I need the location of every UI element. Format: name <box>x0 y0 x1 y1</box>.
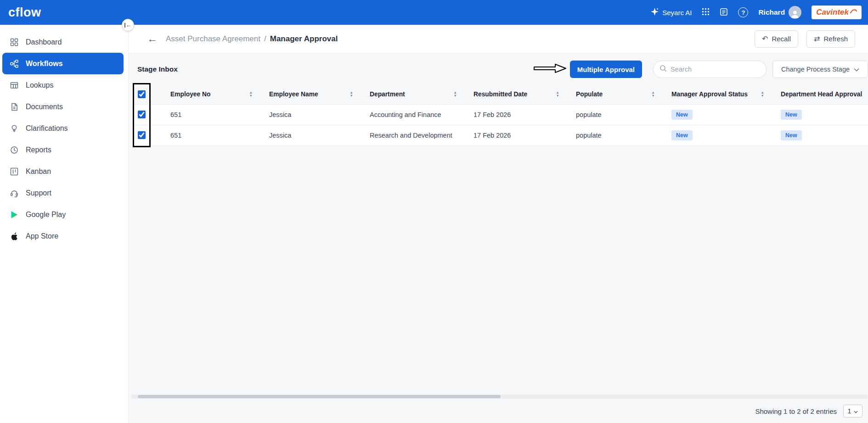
apps-grid-button[interactable] <box>702 8 710 17</box>
cell-resubmitted-date: 17 Feb 2026 <box>466 104 569 125</box>
cavintek-swoosh-icon <box>850 8 857 17</box>
breadcrumb-parent[interactable]: Asset Purchase Agreement <box>166 34 260 44</box>
cell-department-head-approval-status: New <box>773 125 868 145</box>
sidebar-item-label: Google Play <box>26 211 66 219</box>
row-checkbox[interactable] <box>138 131 146 139</box>
back-arrow-icon[interactable]: ← <box>147 33 158 45</box>
stage-inbox-table: Employee No ▲▼ Employee Name ▲▼ Departme… <box>133 84 868 146</box>
sidebar-item-support[interactable]: Support <box>2 182 124 204</box>
sidebar-item-clarifications[interactable]: Clarifications <box>2 117 124 139</box>
sparkle-icon <box>651 8 659 17</box>
cell-department-head-approval-status: New <box>773 104 868 125</box>
refresh-button[interactable]: ⇄ Refresh <box>806 30 855 48</box>
clarifications-icon <box>10 124 19 133</box>
row-checkbox[interactable] <box>138 111 146 118</box>
apps-grid-icon <box>702 8 710 17</box>
seyarc-ai-button[interactable]: Seyarc AI <box>651 8 692 17</box>
app-store-icon <box>10 232 19 240</box>
cavintek-brand-text: Cavintek <box>816 8 849 17</box>
sort-icon[interactable]: ▲▼ <box>454 91 457 97</box>
sidebar-item-label: App Store <box>26 232 58 240</box>
cell-employee-name: Jessica <box>262 125 362 145</box>
table-footer: Showing 1 to 2 of 2 entries 1 <box>755 405 862 417</box>
column-header-manager-approval-status[interactable]: Manager Approval Status ▲▼ <box>664 84 773 104</box>
release-notes-button[interactable] <box>720 8 728 17</box>
cell-manager-approval-status: New <box>664 125 773 145</box>
reports-icon <box>10 146 19 154</box>
documents-icon <box>10 103 19 111</box>
sort-icon[interactable]: ▲▼ <box>761 91 764 97</box>
horizontal-scrollbar-track[interactable] <box>131 395 868 399</box>
sort-icon[interactable]: ▲▼ <box>652 91 655 97</box>
cflow-logo[interactable]: cflow <box>8 6 41 20</box>
sidebar-item-label: Support <box>26 189 51 197</box>
breadcrumb: Asset Purchase Agreement / Manager Appro… <box>166 34 338 44</box>
sort-icon[interactable]: ▲▼ <box>350 91 353 97</box>
seyarc-ai-label: Seyarc AI <box>662 9 692 17</box>
sidebar-item-lookups[interactable]: Lookups <box>2 74 124 96</box>
column-header-department[interactable]: Department ▲▼ <box>362 84 466 104</box>
user-menu[interactable]: Richard <box>758 6 801 19</box>
change-process-stage-button[interactable]: Change Process Stage <box>772 61 868 78</box>
help-icon: ? <box>738 7 748 17</box>
select-all-checkbox[interactable] <box>138 90 146 98</box>
recall-label: Recall <box>772 35 791 43</box>
sidebar-item-google-play[interactable]: Google Play <box>2 204 124 225</box>
support-icon <box>10 189 19 197</box>
help-button[interactable]: ? <box>738 7 748 17</box>
row-checkbox-cell <box>133 104 163 125</box>
cell-manager-approval-status: New <box>664 104 773 125</box>
sidebar-item-reports[interactable]: Reports <box>2 139 124 161</box>
cell-department: Research and Development <box>362 125 466 145</box>
column-header-employee-name[interactable]: Employee Name ▲▼ <box>262 84 362 104</box>
cavintek-logo: Cavintek <box>812 6 862 19</box>
stage-toolbar: Stage Inbox Multiple Approval Change Pro… <box>129 59 868 80</box>
column-header-resubmitted-date[interactable]: Resubmitted Date ▲▼ <box>466 84 569 104</box>
sidebar-item-label: Workflows <box>26 60 63 68</box>
sidebar-item-workflows[interactable]: Workflows <box>2 53 124 74</box>
stage-inbox-title: Stage Inbox <box>137 65 178 73</box>
cell-employee-no: 651 <box>163 104 262 125</box>
sidebar-item-label: Reports <box>26 146 51 154</box>
cell-department: Accounting and Finance <box>362 104 466 125</box>
sidebar-item-app-store[interactable]: App Store <box>2 225 124 247</box>
search-input[interactable] <box>671 66 760 73</box>
cell-employee-name: Jessica <box>262 104 362 125</box>
status-badge: New <box>781 130 802 140</box>
page-size-select[interactable]: 1 <box>843 405 862 417</box>
status-badge: New <box>671 130 693 140</box>
table-row[interactable]: 651 Jessica Research and Development 17 … <box>133 125 868 145</box>
sidebar-collapse-button[interactable]: ← <box>122 19 134 31</box>
change-process-stage-label: Change Process Stage <box>781 66 850 73</box>
topbar-right-cluster: Seyarc AI ? Richard <box>651 6 862 19</box>
table-row[interactable]: 651 Jessica Accounting and Finance 17 Fe… <box>133 104 868 125</box>
sort-icon[interactable]: ▲▼ <box>556 91 559 97</box>
recall-icon: ↶ <box>762 34 768 43</box>
page-header: ← Asset Purchase Agreement / Manager App… <box>129 25 868 53</box>
cell-resubmitted-date: 17 Feb 2026 <box>466 125 569 145</box>
user-name: Richard <box>758 8 785 17</box>
chevron-down-icon <box>854 66 859 73</box>
table-header-row: Employee No ▲▼ Employee Name ▲▼ Departme… <box>133 84 868 104</box>
sidebar-item-dashboard[interactable]: Dashboard <box>2 31 124 53</box>
sidebar-item-kanban[interactable]: Kanban <box>2 161 124 182</box>
dashboard-icon <box>10 38 19 46</box>
search-icon <box>659 65 667 74</box>
column-header-department-head-approval[interactable]: Department Head Approval ▲▼ <box>773 84 868 104</box>
multiple-approval-button[interactable]: Multiple Approval <box>570 61 642 78</box>
avatar <box>789 6 801 19</box>
recall-button[interactable]: ↶ Recall <box>755 30 798 48</box>
showing-entries-text: Showing 1 to 2 of 2 entries <box>755 407 837 415</box>
cell-populate: populate <box>569 125 664 145</box>
cell-populate: populate <box>569 104 664 125</box>
row-checkbox-cell <box>133 125 163 145</box>
toolbar-right-cluster: Multiple Approval Change Process Stage <box>533 61 868 78</box>
sidebar-item-label: Clarifications <box>26 124 68 133</box>
column-header-populate[interactable]: Populate ▲▼ <box>569 84 664 104</box>
sidebar-item-label: Dashboard <box>26 38 62 46</box>
column-header-employee-no[interactable]: Employee No ▲▼ <box>163 84 262 104</box>
horizontal-scrollbar-thumb[interactable] <box>138 395 501 398</box>
refresh-icon: ⇄ <box>814 34 820 43</box>
sort-icon[interactable]: ▲▼ <box>249 91 253 97</box>
sidebar-item-documents[interactable]: Documents <box>2 96 124 117</box>
